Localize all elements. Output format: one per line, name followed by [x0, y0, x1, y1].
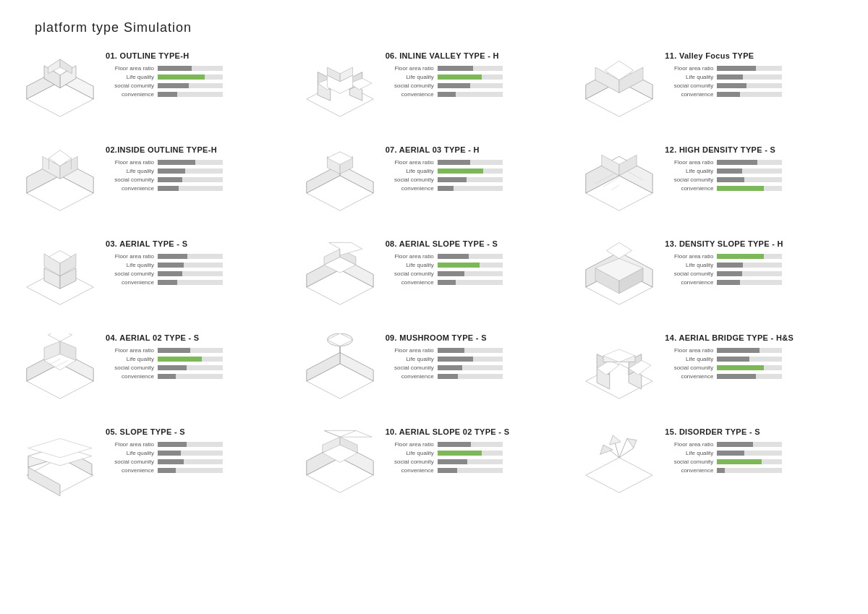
metric-row-06-2: social comunity [386, 82, 569, 89]
bar-fill-02-2 [158, 177, 182, 182]
metric-row-14-2: social comunity [665, 364, 848, 371]
bar-track-02-2 [158, 177, 223, 182]
bar-track-04-2 [158, 365, 223, 370]
metric-row-03-3: convenience [106, 279, 289, 286]
metric-label-03-2: social comunity [106, 270, 158, 277]
bar-track-04-3 [158, 374, 223, 379]
metric-label-07-2: social comunity [386, 176, 438, 183]
building-img-01 [20, 51, 100, 131]
bar-track-11-0 [717, 66, 782, 71]
bar-track-01-3 [158, 92, 223, 97]
metric-row-01-3: convenience [106, 91, 289, 98]
bar-fill-04-0 [158, 348, 190, 353]
bar-track-11-1 [717, 74, 782, 80]
bar-track-15-2 [717, 459, 782, 464]
metric-label-08-2: social comunity [386, 270, 438, 277]
bar-track-10-1 [438, 451, 503, 456]
metric-label-05-2: social comunity [106, 459, 158, 465]
metric-row-10-0: Floor area ratio [386, 441, 569, 448]
bar-fill-13-1 [717, 263, 743, 268]
metric-row-08-0: Floor area ratio [386, 253, 569, 260]
metric-row-01-0: Floor area ratio [106, 65, 289, 72]
metric-label-15-3: convenience [665, 467, 717, 474]
building-img-14 [579, 333, 659, 413]
bar-track-12-0 [717, 160, 782, 165]
bar-track-15-3 [717, 468, 782, 473]
metric-label-11-1: Life quality [665, 74, 717, 80]
bar-fill-10-0 [438, 442, 472, 447]
metric-label-11-0: Floor area ratio [665, 65, 717, 72]
bar-track-05-1 [158, 451, 223, 456]
bar-fill-07-3 [438, 186, 454, 191]
bar-track-06-3 [438, 92, 503, 97]
bar-fill-05-3 [158, 468, 176, 473]
bar-fill-05-2 [158, 459, 184, 464]
metric-row-11-0: Floor area ratio [665, 65, 848, 72]
metric-label-07-1: Life quality [386, 168, 438, 174]
metric-row-14-3: convenience [665, 373, 848, 380]
metric-row-06-1: Life quality [386, 74, 569, 80]
svg-marker-119 [627, 438, 637, 448]
metric-label-12-1: Life quality [665, 168, 717, 174]
metric-label-07-0: Floor area ratio [386, 159, 438, 166]
bar-track-09-1 [438, 357, 503, 362]
metric-row-03-2: social comunity [106, 270, 289, 277]
type-cell-05: 05. SLOPE TYPE - SFloor area ratioLife q… [14, 419, 294, 513]
metric-row-09-3: convenience [386, 373, 569, 380]
metric-label-12-3: convenience [665, 185, 717, 192]
bar-track-06-1 [438, 74, 503, 80]
bar-track-14-3 [717, 374, 782, 379]
metric-label-04-3: convenience [106, 373, 158, 380]
svg-marker-80 [48, 333, 72, 341]
metric-label-01-2: social comunity [106, 82, 158, 89]
metric-row-06-0: Floor area ratio [386, 65, 569, 72]
bar-fill-03-2 [158, 271, 182, 276]
metric-row-04-1: Life quality [106, 356, 289, 362]
metric-row-07-3: convenience [386, 185, 569, 192]
bar-track-09-0 [438, 348, 503, 353]
type-title-05: 05. SLOPE TYPE - S [106, 427, 289, 436]
bar-fill-08-3 [438, 280, 456, 285]
building-img-15 [579, 427, 659, 507]
building-img-06 [300, 51, 380, 131]
bar-track-07-1 [438, 169, 503, 174]
type-cell-03: 03. AERIAL TYPE - SFloor area ratioLife … [14, 231, 294, 325]
metric-row-14-1: Life quality [665, 356, 848, 362]
type-cell-15: 15. DISORDER TYPE - SFloor area ratioLif… [574, 419, 854, 513]
info-panel-10: 10. AERIAL SLOPE 02 TYPE - SFloor area r… [386, 427, 569, 476]
bar-track-14-1 [717, 357, 782, 362]
bar-track-02-0 [158, 160, 223, 165]
metric-row-12-0: Floor area ratio [665, 159, 848, 166]
building-img-08 [300, 239, 380, 319]
metric-row-07-2: social comunity [386, 176, 569, 183]
type-cell-01: 01. OUTLINE TYPE-HFloor area ratioLife q… [14, 43, 294, 137]
building-img-12 [579, 145, 659, 225]
bar-fill-09-1 [438, 357, 474, 362]
metric-label-12-2: social comunity [665, 176, 717, 183]
building-img-13 [579, 239, 659, 319]
metric-label-06-2: social comunity [386, 82, 438, 89]
type-title-15: 15. DISORDER TYPE - S [665, 427, 848, 436]
bar-track-01-0 [158, 66, 223, 71]
bar-track-11-3 [717, 92, 782, 97]
metric-row-09-0: Floor area ratio [386, 347, 569, 354]
bar-fill-09-0 [438, 348, 465, 353]
metric-label-01-1: Life quality [106, 74, 158, 80]
metric-row-15-0: Floor area ratio [665, 441, 848, 448]
bar-track-02-3 [158, 186, 223, 191]
metric-label-13-2: social comunity [665, 270, 717, 277]
type-title-14: 14. AERIAL BRIDGE TYPE - H&S [665, 333, 848, 342]
bar-track-09-2 [438, 365, 503, 370]
info-panel-09: 09. MUSHROOM TYPE - SFloor area ratioLif… [386, 333, 569, 382]
bar-fill-15-2 [717, 459, 761, 464]
metric-row-15-1: Life quality [665, 450, 848, 456]
bar-fill-09-2 [438, 365, 462, 370]
bar-track-13-3 [717, 280, 782, 285]
metric-row-08-2: social comunity [386, 270, 569, 277]
metric-row-08-3: convenience [386, 279, 569, 286]
metric-label-13-3: convenience [665, 279, 717, 286]
metric-row-10-2: social comunity [386, 459, 569, 465]
bar-fill-15-0 [717, 442, 753, 447]
bar-track-08-1 [438, 263, 503, 268]
bar-track-03-2 [158, 271, 223, 276]
